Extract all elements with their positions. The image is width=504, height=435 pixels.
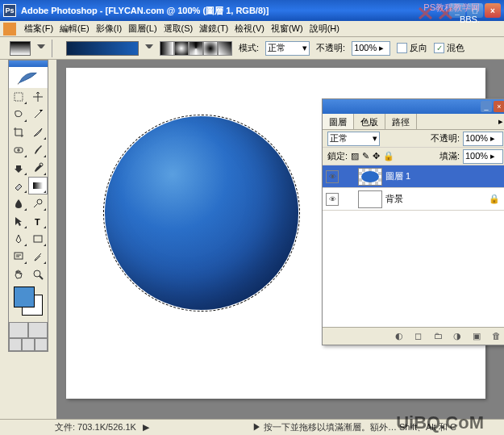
radial-gradient-icon[interactable] <box>174 41 189 56</box>
opacity-input[interactable]: 100% ▸ <box>352 41 390 56</box>
hand-tool[interactable] <box>9 266 28 283</box>
svg-rect-6 <box>34 236 42 242</box>
lock-icon: 🔒 <box>489 194 500 204</box>
blur-tool[interactable] <box>9 194 28 212</box>
lock-transparency-icon[interactable]: ▨ <box>351 151 359 161</box>
photoshop-feather-icon <box>9 67 48 88</box>
standard-mode-icon[interactable] <box>9 322 28 338</box>
reverse-checkbox[interactable] <box>397 43 407 53</box>
svg-rect-7 <box>15 253 23 259</box>
dither-label: 混色 <box>447 42 464 54</box>
panel-minimize-icon[interactable]: _ <box>481 101 492 112</box>
marquee-tool[interactable] <box>9 88 28 106</box>
eyedropper-tool[interactable] <box>28 248 48 266</box>
close-button[interactable]: × <box>485 3 501 18</box>
panel-titlebar[interactable]: _× <box>323 99 504 114</box>
visibility-eye-icon[interactable] <box>326 170 339 183</box>
svg-rect-0 <box>15 93 23 101</box>
link-slot[interactable] <box>342 193 355 206</box>
layer-style-icon[interactable]: ◐ <box>395 331 406 342</box>
filesize-text: 文件: 703.1K/526.1K <box>55 421 136 433</box>
link-slot[interactable] <box>342 170 355 183</box>
notes-tool[interactable] <box>9 248 28 266</box>
magic-wand-tool[interactable] <box>28 106 48 123</box>
menu-window[interactable]: 視窗(W) <box>268 21 306 36</box>
panel-tabs: 圖層 色版 路徑 ▸ <box>323 114 504 130</box>
photoshop-icon: Ps <box>3 4 16 17</box>
menu-select[interactable]: 選取(S) <box>160 21 197 36</box>
blend-mode-select[interactable]: 正常▾ <box>265 41 310 56</box>
history-brush-tool[interactable] <box>28 159 48 177</box>
tool-options-bar: 模式: 正常▾ 不透明: 100% ▸ 反向 ✓混色 <box>0 37 504 60</box>
menu-layer[interactable]: 圖層(L) <box>125 21 160 36</box>
layer-thumbnail[interactable] <box>358 168 382 186</box>
new-group-icon[interactable]: 🗀 <box>434 331 445 342</box>
layer-blend-select[interactable]: 正常▾ <box>327 132 380 146</box>
menu-help[interactable]: 說明(H) <box>306 21 343 36</box>
standard-screen-icon[interactable] <box>9 338 22 351</box>
panel-grip[interactable] <box>9 61 48 67</box>
layer-opacity-input[interactable]: 100% ▸ <box>463 132 503 146</box>
svg-point-4 <box>37 199 42 204</box>
tab-paths[interactable]: 路徑 <box>385 114 417 129</box>
foreground-color[interactable] <box>14 287 35 307</box>
lock-label: 鎖定: <box>327 150 348 162</box>
full-menu-screen-icon[interactable] <box>22 338 35 351</box>
lasso-tool[interactable] <box>9 106 28 123</box>
slice-tool[interactable] <box>28 123 48 141</box>
reflected-gradient-icon[interactable] <box>203 41 218 56</box>
tab-channels[interactable]: 色版 <box>354 114 385 129</box>
mode-label: 模式: <box>239 42 259 54</box>
gradient-preview[interactable] <box>66 41 139 56</box>
svg-rect-3 <box>33 182 43 189</box>
tab-layers[interactable]: 圖層 <box>323 114 354 129</box>
layer-row[interactable]: 圖層 1 <box>323 165 504 188</box>
angle-gradient-icon[interactable] <box>189 41 203 56</box>
window-title: Adobe Photoshop - [FLYCAN.com @ 100% (圖層… <box>21 5 269 17</box>
menu-filter[interactable]: 濾鏡(T) <box>196 21 231 36</box>
panel-menu-icon[interactable]: ▸ <box>494 114 504 129</box>
dither-checkbox[interactable]: ✓ <box>434 43 444 53</box>
menu-image[interactable]: 影像(I) <box>93 21 125 36</box>
adjustment-layer-icon[interactable]: ◑ <box>453 331 464 342</box>
visibility-eye-icon[interactable] <box>326 193 339 206</box>
lock-position-icon[interactable]: ✥ <box>373 151 380 161</box>
diamond-gradient-icon[interactable] <box>218 41 232 56</box>
document-icon <box>3 23 16 36</box>
menu-file[interactable]: 檔案(F) <box>21 21 56 36</box>
lock-pixels-icon[interactable]: ✎ <box>362 151 369 161</box>
dodge-tool[interactable] <box>28 194 48 212</box>
move-tool[interactable] <box>28 88 48 106</box>
gradient-dropdown-icon[interactable] <box>145 44 153 52</box>
gradient-swatch-icon[interactable] <box>10 41 31 56</box>
layer-mask-icon[interactable]: ◻ <box>414 331 426 342</box>
brush-tool[interactable] <box>28 141 48 159</box>
swatch-dropdown-icon[interactable] <box>37 44 45 52</box>
panel-footer: ◐ ◻ 🗀 ◑ ▣ 🗑 <box>323 327 504 345</box>
crop-tool[interactable] <box>9 123 28 141</box>
gradient-tool[interactable] <box>28 177 48 194</box>
pen-tool[interactable] <box>9 230 28 248</box>
path-selection-tool[interactable] <box>9 212 28 230</box>
type-tool[interactable]: T <box>28 212 48 230</box>
layer-name: 圖層 1 <box>385 170 410 182</box>
linear-gradient-icon[interactable] <box>160 41 174 56</box>
fill-input[interactable]: 100% ▸ <box>463 149 503 164</box>
clone-stamp-tool[interactable] <box>9 159 28 177</box>
delete-layer-icon[interactable]: 🗑 <box>492 331 503 342</box>
menu-edit[interactable]: 編輯(E) <box>56 21 93 36</box>
panel-close-icon[interactable]: × <box>494 101 504 112</box>
layer-thumbnail[interactable] <box>358 190 382 208</box>
status-menu-icon[interactable]: ▶ <box>143 422 149 433</box>
eraser-tool[interactable] <box>9 177 28 194</box>
workspace: T _× 圖層 <box>0 60 504 419</box>
new-layer-icon[interactable]: ▣ <box>473 331 484 342</box>
quick-mask-icon[interactable] <box>28 322 48 338</box>
zoom-tool[interactable] <box>28 266 48 283</box>
lock-all-icon[interactable]: 🔒 <box>383 151 394 161</box>
healing-brush-tool[interactable] <box>9 141 28 159</box>
shape-tool[interactable] <box>28 230 48 248</box>
full-screen-icon[interactable] <box>35 338 48 351</box>
layer-row[interactable]: 背景 🔒 <box>323 188 504 211</box>
menu-view[interactable]: 檢視(V) <box>231 21 268 36</box>
